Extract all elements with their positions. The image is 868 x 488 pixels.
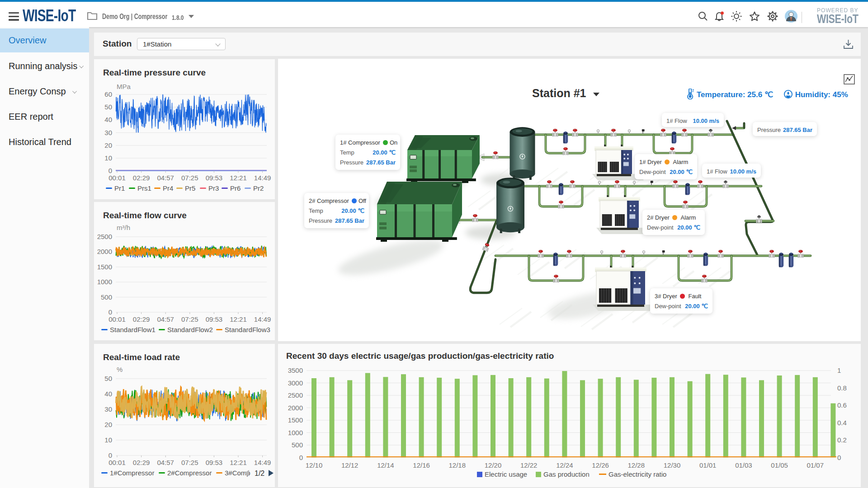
svg-text:Prs1: Prs1: [137, 184, 151, 192]
svg-text:01/05: 01/05: [771, 461, 788, 469]
svg-text:12/24: 12/24: [556, 461, 573, 469]
svg-text:12/12: 12/12: [341, 461, 359, 469]
svg-text:20: 20: [104, 421, 112, 428]
svg-text:Real-time flow curve: Real-time flow curve: [103, 211, 187, 220]
svg-text:2000: 2000: [97, 248, 112, 255]
svg-text:StandardFlow2: StandardFlow2: [167, 326, 213, 333]
svg-text:2500: 2500: [288, 391, 303, 399]
svg-text:14:49: 14:49: [254, 459, 271, 466]
svg-text:Pr2: Pr2: [253, 184, 264, 192]
svg-text:30: 30: [104, 405, 112, 413]
svg-text:Pr5: Pr5: [185, 184, 195, 192]
svg-text:500: 500: [292, 441, 303, 449]
svg-text:40: 40: [104, 390, 112, 398]
svg-text:3000: 3000: [288, 379, 303, 387]
svg-text:09:53: 09:53: [206, 315, 223, 323]
svg-text:2500: 2500: [97, 233, 112, 240]
svg-text:01/03: 01/03: [735, 461, 752, 469]
svg-text:1#Compressor: 1#Compressor: [110, 469, 154, 477]
svg-text:Pr1: Pr1: [114, 184, 125, 192]
svg-text:1500: 1500: [288, 416, 303, 424]
svg-text:MPa: MPa: [117, 83, 131, 90]
svg-text:Electric usage: Electric usage: [485, 470, 527, 478]
svg-text:01/07: 01/07: [807, 461, 824, 469]
svg-text:Pr3: Pr3: [208, 184, 219, 192]
svg-text:12/22: 12/22: [520, 461, 538, 469]
svg-text:12/16: 12/16: [413, 461, 430, 469]
svg-text:12/30: 12/30: [664, 461, 681, 469]
svg-text:2#Compressor: 2#Compressor: [167, 469, 212, 477]
svg-text:12:21: 12:21: [230, 315, 247, 323]
svg-text:09:53: 09:53: [206, 174, 223, 182]
svg-text:0: 0: [108, 308, 112, 316]
svg-text:02:29: 02:29: [133, 174, 150, 182]
svg-text:Pr4: Pr4: [163, 184, 173, 192]
svg-text:12:21: 12:21: [230, 174, 247, 182]
svg-text:40: 40: [104, 116, 112, 123]
svg-text:20: 20: [104, 141, 112, 149]
svg-text:12/26: 12/26: [592, 461, 609, 469]
svg-text:10: 10: [104, 154, 112, 162]
svg-text:04:57: 04:57: [157, 174, 174, 182]
svg-text:14:49: 14:49: [254, 174, 271, 182]
svg-text:3500: 3500: [288, 366, 303, 374]
svg-text:Pr6: Pr6: [230, 184, 241, 192]
svg-text:60: 60: [104, 90, 112, 98]
svg-text:Real-time pressure curve: Real-time pressure curve: [103, 68, 206, 77]
svg-text:12:21: 12:21: [230, 459, 247, 466]
svg-text:04:57: 04:57: [157, 459, 174, 466]
svg-text:50: 50: [104, 375, 112, 382]
svg-text:12/20: 12/20: [485, 461, 502, 469]
svg-text:0.6: 0.6: [837, 401, 847, 409]
svg-text:Gas production: Gas production: [543, 470, 590, 478]
svg-text:07:25: 07:25: [181, 315, 198, 323]
svg-text:01/01: 01/01: [699, 461, 717, 469]
svg-text:StandardFlow1: StandardFlow1: [110, 326, 156, 333]
svg-text:m³/h: m³/h: [117, 224, 130, 231]
svg-text:1000: 1000: [288, 429, 303, 436]
svg-text:1500: 1500: [97, 263, 112, 271]
svg-text:500: 500: [101, 293, 112, 301]
svg-text:00:01: 00:01: [108, 315, 126, 323]
svg-text:Real-time load rate: Real-time load rate: [103, 352, 180, 362]
svg-text:1/2: 1/2: [255, 469, 264, 477]
svg-text:0: 0: [108, 451, 112, 459]
svg-text:10: 10: [104, 436, 112, 444]
svg-text:00:01: 00:01: [108, 174, 126, 182]
svg-text:07:25: 07:25: [181, 174, 198, 182]
svg-text:14:49: 14:49: [254, 315, 271, 323]
svg-text:04:57: 04:57: [157, 315, 174, 323]
svg-text:1: 1: [837, 366, 841, 374]
svg-text:0: 0: [108, 167, 112, 174]
svg-text:0: 0: [837, 454, 841, 461]
svg-text:00:01: 00:01: [108, 459, 126, 466]
svg-text:12/18: 12/18: [449, 461, 466, 469]
svg-text:30: 30: [104, 129, 112, 136]
svg-text:09:53: 09:53: [206, 459, 223, 466]
svg-text:0.8: 0.8: [837, 384, 847, 392]
svg-text:12/28: 12/28: [628, 461, 645, 469]
svg-text:0: 0: [299, 454, 303, 461]
svg-text:2000: 2000: [288, 404, 303, 412]
svg-text:1000: 1000: [97, 278, 112, 286]
svg-text:StandardFlow3: StandardFlow3: [225, 326, 270, 333]
svg-text:07:25: 07:25: [181, 459, 198, 466]
svg-text:0.4: 0.4: [837, 419, 847, 427]
svg-text:Gas-electricity ratio: Gas-electricity ratio: [609, 470, 666, 478]
svg-text:%: %: [117, 366, 123, 373]
svg-text:12/14: 12/14: [377, 461, 394, 469]
svg-text:Recent 30 days electric usage/: Recent 30 days electric usage/gas produc…: [286, 351, 554, 361]
svg-text:0.2: 0.2: [837, 436, 847, 444]
svg-text:12/10: 12/10: [306, 461, 323, 469]
svg-text:02:29: 02:29: [133, 459, 150, 466]
svg-text:50: 50: [104, 103, 112, 111]
svg-text:02:29: 02:29: [133, 315, 150, 323]
